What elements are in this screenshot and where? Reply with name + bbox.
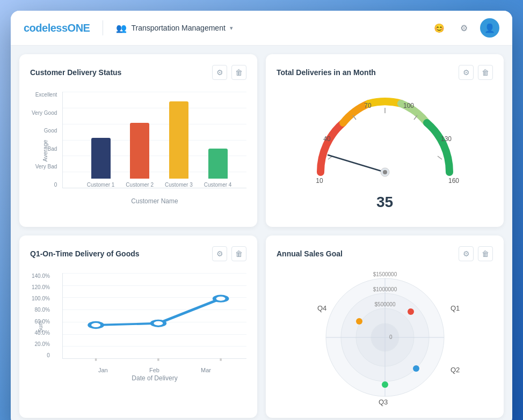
- gauge-arc-red: [320, 123, 343, 172]
- bar-customer2-rect[interactable]: [130, 123, 149, 179]
- y-label-20: 20.0%: [32, 341, 53, 347]
- gauge-needle-dot: [383, 170, 387, 174]
- polar-dot-q3: [382, 381, 388, 388]
- line-chart-widget: Q1-On-Time Delivery of Goods ⚙ 🗑 Sum: [19, 235, 257, 418]
- logo: codelessONE: [24, 22, 90, 34]
- polar-chart-settings-button[interactable]: ⚙: [459, 246, 474, 261]
- polar-label-1000000: $1000000: [373, 286, 397, 292]
- gauge-arc-yellow: [369, 101, 401, 104]
- y-label-0: 0: [32, 352, 53, 358]
- bar-chart-actions: ⚙ 🗑: [212, 65, 246, 80]
- y-label-very-good: Very Good: [32, 110, 60, 116]
- gauge-label-130: 130: [440, 135, 451, 143]
- x-label-feb: Feb: [149, 367, 159, 373]
- header-actions: 😊 ⚙ 👤: [431, 18, 499, 38]
- polar-label-q3: Q3: [379, 398, 388, 406]
- y-label-60: 60.0%: [32, 319, 53, 325]
- line-chart-actions: ⚙ 🗑: [212, 246, 246, 261]
- line-chart-title: Q1-On-Time Delivery of Goods: [30, 249, 140, 258]
- polar-chart-widget: Annual Sales Goal ⚙ 🗑: [266, 235, 504, 418]
- bar-chart-settings-button[interactable]: ⚙: [212, 65, 227, 80]
- polar-dot-q4: [356, 318, 362, 325]
- y-label-140: 140.0%: [32, 273, 53, 279]
- bar-customer2-label: Customer 2: [126, 182, 154, 188]
- line-point-mar: [214, 296, 227, 301]
- line-point-jan: [90, 322, 103, 328]
- polar-label-q4: Q4: [317, 304, 326, 312]
- line-chart-svg: [63, 273, 246, 358]
- logo-text: codeless: [24, 22, 68, 34]
- gauge-widget: Total Deliveries in an Month ⚙ 🗑: [266, 54, 504, 227]
- y-label-excellent: Excellent: [32, 92, 60, 98]
- bar-customer4-rect[interactable]: [208, 149, 228, 179]
- bar-chart-container: Average Excellent Very Good Good: [30, 86, 246, 215]
- line-chart-header: Q1-On-Time Delivery of Goods ⚙ 🗑: [30, 246, 246, 261]
- line-chart-x-label: Date of Delivery: [63, 374, 246, 382]
- gauge-needle: [328, 155, 385, 172]
- polar-label-1500000: $1500000: [373, 271, 397, 277]
- x-label-mar: Mar: [201, 367, 211, 373]
- nav-title-text: Transportation Management: [131, 24, 225, 32]
- gauge-label-10: 10: [316, 177, 323, 185]
- y-label-120: 120.0%: [32, 284, 53, 290]
- gauge-delete-button[interactable]: 🗑: [478, 65, 493, 80]
- line-chart-area: 140.0% 120.0% 100.0% 80.0% 60.0% 40.0% 2…: [62, 273, 246, 359]
- polar-chart-delete-button[interactable]: 🗑: [478, 246, 493, 261]
- settings-button[interactable]: ⚙: [455, 19, 473, 36]
- polar-chart-header: Annual Sales Goal ⚙ 🗑: [277, 246, 493, 261]
- header: codelessONE 👥 Transportation Management …: [11, 11, 512, 46]
- bar-customer1-label: Customer 1: [87, 182, 115, 188]
- bar-chart-title: Customer Delivery Status: [30, 68, 121, 77]
- polar-dot-q2: [413, 365, 419, 372]
- gauge-label-160: 160: [448, 177, 459, 185]
- bar-customer1-rect[interactable]: [91, 138, 111, 179]
- bars-group: Customer 1 Customer 2 Customer 3 Cu: [81, 92, 237, 188]
- x-label-jan: Jan: [98, 367, 108, 373]
- bar-customer3: Customer 3: [165, 101, 193, 188]
- bar-customer2: Customer 2: [126, 123, 154, 188]
- bar-chart-delete-button[interactable]: 🗑: [231, 65, 246, 80]
- bar-chart-y-labels: Excellent Very Good Good Bad Very Bad 0: [32, 92, 60, 188]
- polar-chart-svg: $1500000 $1000000 $500000 0 Q1 Q2 Q3 Q4: [299, 268, 471, 407]
- y-label-100: 100.0%: [32, 296, 53, 301]
- line-point-feb: [152, 320, 165, 326]
- app-container: codelessONE 👥 Transportation Management …: [11, 11, 512, 420]
- bar-chart-area: Excellent Very Good Good Bad Very Bad 0 …: [62, 92, 246, 188]
- gauge-value: 35: [376, 194, 393, 211]
- polar-chart-actions: ⚙ 🗑: [459, 246, 493, 261]
- gauge-title: Total Deliveries in an Month: [277, 68, 376, 77]
- bar-chart-x-label: Customer Name: [63, 197, 246, 205]
- dashboard: Customer Delivery Status ⚙ 🗑 Average: [11, 46, 512, 420]
- logo-divider: [103, 20, 103, 35]
- emoji-button[interactable]: 😊: [431, 19, 448, 36]
- nav-title: 👥 Transportation Management ▾: [116, 23, 233, 33]
- gauge-tick-5: [438, 156, 442, 159]
- polar-label-q1: Q1: [451, 304, 460, 312]
- gauge-container: 10 40 70 100 130 160 35: [277, 86, 493, 216]
- gauge-settings-button[interactable]: ⚙: [459, 65, 474, 80]
- gauge-label-100: 100: [403, 102, 413, 109]
- bar-customer3-rect[interactable]: [169, 101, 188, 179]
- line-chart-container: Sum 140.0% 120.0%: [30, 268, 246, 386]
- bar-chart-widget: Customer Delivery Status ⚙ 🗑 Average: [19, 54, 257, 227]
- nav-dropdown-arrow[interactable]: ▾: [230, 25, 233, 32]
- polar-dot-q1: [408, 308, 414, 315]
- nav-icon: 👥: [116, 23, 127, 33]
- line-chart-y-labels: 140.0% 120.0% 100.0% 80.0% 60.0% 40.0% 2…: [32, 273, 53, 358]
- gauge-svg: 10 40 70 100 130 160: [304, 92, 466, 199]
- line-chart-settings-button[interactable]: ⚙: [212, 246, 227, 261]
- bar-customer3-label: Customer 3: [165, 182, 193, 188]
- gauge-label-40: 40: [323, 135, 331, 143]
- y-label-40: 40.0%: [32, 330, 53, 336]
- polar-label-500000: $500000: [374, 301, 395, 307]
- bar-customer1: Customer 1: [87, 138, 115, 188]
- logo-accent: ONE: [68, 22, 90, 34]
- user-avatar[interactable]: 👤: [480, 18, 499, 38]
- gauge-label-70: 70: [364, 102, 372, 109]
- y-label-80: 80.0%: [32, 307, 53, 313]
- polar-label-q2: Q2: [451, 366, 460, 374]
- x-labels: Jan Feb Mar: [63, 367, 246, 373]
- line-chart-delete-button[interactable]: 🗑: [231, 246, 246, 261]
- y-label-zero: 0: [32, 182, 60, 188]
- y-label-bad: Bad: [32, 146, 60, 152]
